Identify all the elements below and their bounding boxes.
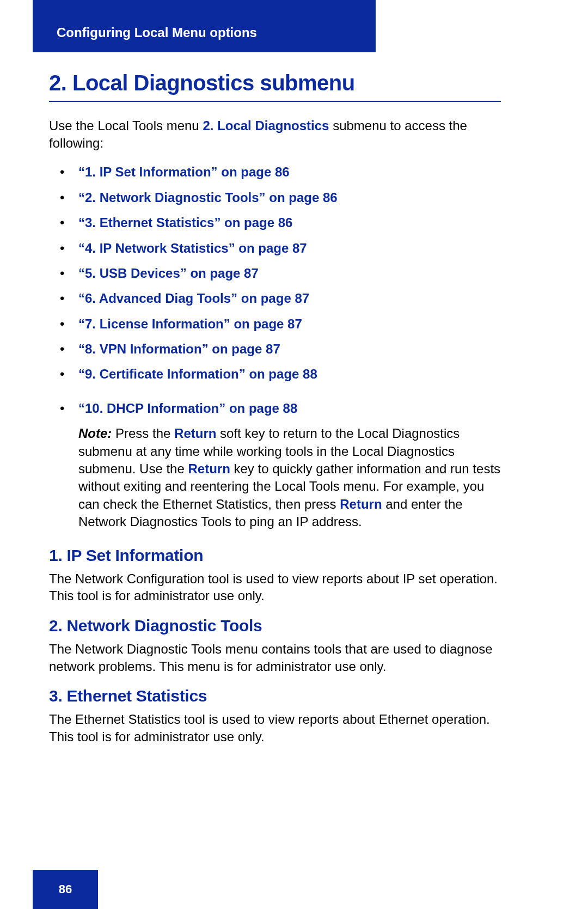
cross-ref-link[interactable]: “4. IP Network Statistics” on page 87	[78, 241, 307, 255]
intro-paragraph: Use the Local Tools menu 2. Local Diagno…	[49, 117, 501, 151]
note-seg1: Press the	[112, 426, 174, 441]
cross-ref-link[interactable]: “6. Advanced Diag Tools” on page 87	[78, 291, 309, 306]
main-heading: 2. Local Diagnostics submenu	[49, 71, 501, 102]
section-heading-ethernet: 3. Ethernet Statistics	[49, 687, 501, 705]
cross-ref-link[interactable]: “9. Certificate Information” on page 88	[78, 367, 317, 381]
page-content: 2. Local Diagnostics submenu Use the Loc…	[49, 71, 501, 755]
list-item: “9. Certificate Information” on page 88	[49, 365, 501, 383]
list-item: “7. License Information” on page 87	[49, 315, 501, 333]
list-item: “4. IP Network Statistics” on page 87	[49, 240, 501, 257]
section-heading-ip-set: 1. IP Set Information	[49, 546, 501, 565]
cross-ref-link[interactable]: “10. DHCP Information” on page 88	[78, 401, 297, 416]
chapter-title: Configuring Local Menu options	[57, 25, 257, 40]
list-item: “1. IP Set Information” on page 86	[49, 163, 501, 181]
return-key-ref: Return	[174, 426, 216, 441]
section-body: The Network Configuration tool is used t…	[49, 570, 501, 605]
list-item: “3. Ethernet Statistics” on page 86	[49, 214, 501, 231]
return-key-ref: Return	[188, 461, 230, 476]
page-number: 86	[59, 882, 72, 896]
section-body: The Ethernet Statistics tool is used to …	[49, 711, 501, 745]
intro-submenu-link[interactable]: 2. Local Diagnostics	[203, 118, 329, 133]
cross-ref-link[interactable]: “7. License Information” on page 87	[78, 316, 302, 331]
list-item: “8. VPN Information” on page 87	[49, 340, 501, 358]
return-key-ref: Return	[340, 497, 382, 511]
list-item: “10. DHCP Information” on page 88	[49, 400, 501, 417]
footer-band: 86	[33, 870, 98, 909]
header-band: Configuring Local Menu options	[33, 0, 376, 52]
submenu-link-list: “1. IP Set Information” on page 86 “2. N…	[49, 163, 501, 417]
cross-ref-link[interactable]: “5. USB Devices” on page 87	[78, 266, 259, 280]
list-item: “6. Advanced Diag Tools” on page 87	[49, 290, 501, 307]
section-body: The Network Diagnostic Tools menu contai…	[49, 640, 501, 675]
intro-text-pre: Use the Local Tools menu	[49, 118, 203, 133]
cross-ref-link[interactable]: “8. VPN Information” on page 87	[78, 341, 280, 356]
note-paragraph: Note: Press the Return soft key to retur…	[78, 425, 501, 530]
note-label: Note:	[78, 426, 112, 441]
cross-ref-link[interactable]: “2. Network Diagnostic Tools” on page 86	[78, 190, 338, 205]
list-item: “5. USB Devices” on page 87	[49, 265, 501, 282]
list-item: “2. Network Diagnostic Tools” on page 86	[49, 189, 501, 206]
cross-ref-link[interactable]: “3. Ethernet Statistics” on page 86	[78, 215, 292, 230]
cross-ref-link[interactable]: “1. IP Set Information” on page 86	[78, 164, 290, 179]
section-heading-net-diag: 2. Network Diagnostic Tools	[49, 617, 501, 635]
